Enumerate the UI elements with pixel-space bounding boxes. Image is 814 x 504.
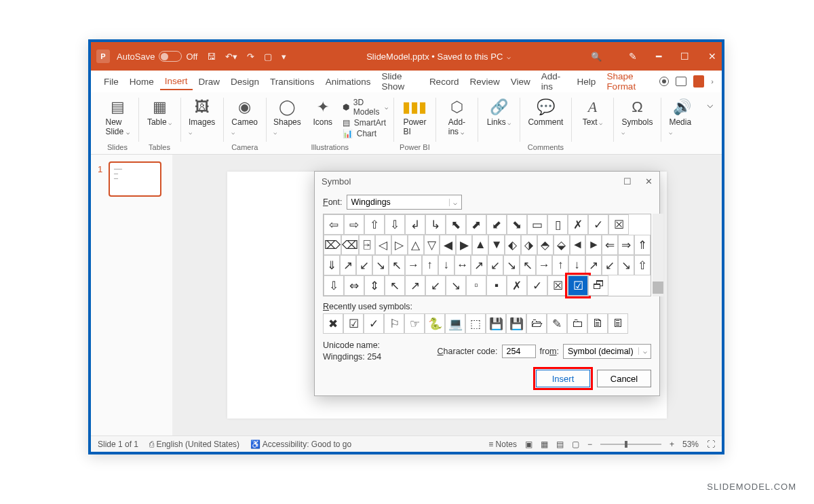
recent-symbol-cell[interactable]: 🗁 — [526, 313, 547, 334]
from-input[interactable] — [564, 347, 638, 356]
tab-addins[interactable]: Add-ins — [537, 69, 571, 94]
symbol-cell[interactable]: ⇦ — [324, 214, 344, 235]
symbols-button[interactable]: ΩSymbols — [619, 95, 655, 138]
comments-pane-icon[interactable] — [676, 77, 686, 86]
recent-symbol-cell[interactable]: ✎ — [547, 313, 567, 334]
recent-symbol-cell[interactable]: ⚐ — [384, 313, 404, 334]
symbol-cell[interactable]: ⇩ — [324, 275, 344, 296]
media-button[interactable]: 🔊Media — [666, 95, 697, 138]
recent-symbol-cell[interactable]: 🗏 — [608, 313, 628, 334]
symbol-cell[interactable]: ◀ — [440, 235, 456, 255]
autosave-toggle[interactable]: AutoSave Off — [117, 51, 197, 62]
symbol-cell[interactable]: ☒ — [547, 275, 568, 296]
scrollbar-thumb[interactable] — [653, 282, 663, 294]
recent-symbol-cell[interactable]: 💾 — [506, 313, 526, 334]
tab-transitions[interactable]: Transitions — [265, 74, 319, 90]
symbol-cell[interactable]: ► — [585, 235, 602, 255]
font-combo[interactable]: ⌵ — [347, 195, 462, 210]
symbol-cell[interactable]: ⇕ — [364, 275, 385, 296]
tab-review[interactable]: Review — [465, 74, 504, 90]
sorter-view-icon[interactable]: ▦ — [541, 440, 548, 449]
maximize-icon[interactable]: ☐ — [680, 51, 689, 62]
symbol-cell[interactable]: ↖ — [385, 275, 405, 296]
symbol-cell[interactable]: ⇧ — [634, 255, 651, 275]
shapes-button[interactable]: ◯Shapes — [271, 95, 303, 138]
addins-button[interactable]: ⬡Add-ins ⌵ — [441, 95, 472, 138]
symbol-cell[interactable]: △ — [408, 235, 424, 255]
symbol-cell[interactable]: ⇧ — [364, 214, 385, 235]
table-button[interactable]: ▦Table — [144, 95, 175, 129]
zoom-out-icon[interactable]: − — [587, 440, 592, 449]
search-icon[interactable]: 🔍 — [591, 52, 602, 62]
tab-shape-format[interactable]: Shape Format — [602, 69, 658, 94]
comment-button[interactable]: 💬Comment — [525, 95, 566, 129]
symbol-cell[interactable]: ↑ — [552, 255, 568, 275]
symbol-cell[interactable]: ↗ — [340, 255, 356, 275]
symbol-cell[interactable]: ↘ — [618, 255, 634, 275]
charcode-input[interactable] — [502, 345, 536, 358]
symbol-cell[interactable]: ⬗ — [521, 235, 537, 255]
symbol-cell[interactable]: ✗ — [568, 214, 588, 235]
symbol-cell[interactable]: ▪ — [486, 275, 507, 296]
symbol-cell[interactable]: ⬘ — [537, 235, 554, 255]
symbol-cell[interactable]: ↔ — [454, 255, 471, 275]
symbol-cell[interactable]: ↖ — [389, 255, 405, 275]
symbol-cell[interactable]: ⌦ — [324, 235, 341, 255]
symbol-cell[interactable]: ↖ — [520, 255, 536, 275]
tab-home[interactable]: Home — [125, 74, 159, 90]
redo-icon[interactable]: ↷ — [247, 52, 254, 62]
account-icon[interactable] — [693, 75, 704, 88]
links-button[interactable]: 🔗Links — [483, 95, 514, 129]
symbol-cell[interactable]: ✓ — [527, 275, 547, 296]
symbol-cell[interactable]: ↓ — [568, 255, 585, 275]
symbol-cell[interactable]: ↙ — [425, 275, 446, 296]
symbol-cell[interactable]: ⇒ — [618, 235, 634, 255]
symbol-cell[interactable]: ◄ — [570, 235, 586, 255]
symbol-cell[interactable]: 🗗 — [588, 275, 608, 296]
symbol-cell[interactable]: ⇨ — [344, 214, 364, 235]
tab-insert[interactable]: Insert — [160, 73, 193, 90]
symbol-cell[interactable]: ↲ — [405, 214, 425, 235]
slide-thumbnail[interactable]: 1 ━━━━━━━━ — [109, 161, 161, 197]
symbol-cell[interactable]: ⬉ — [446, 214, 466, 235]
chart-button[interactable]: 📊Chart — [343, 129, 389, 138]
symbol-cell[interactable]: ⬖ — [505, 235, 521, 255]
collapse-ribbon-icon[interactable]: ⌵ — [703, 94, 718, 154]
symbol-cell[interactable]: ↗ — [405, 275, 425, 296]
text-button[interactable]: AText — [577, 95, 608, 129]
cancel-button[interactable]: Cancel — [597, 370, 651, 387]
recent-symbol-cell[interactable]: ✖ — [323, 313, 343, 334]
scrollbar[interactable] — [653, 214, 663, 296]
tab-animations[interactable]: Animations — [321, 74, 376, 90]
symbol-cell[interactable]: ▷ — [391, 235, 408, 255]
tab-help[interactable]: Help — [573, 74, 601, 90]
symbol-cell[interactable]: ⬊ — [507, 214, 527, 235]
accessibility-status[interactable]: ♿ Accessibility: Good to go — [250, 440, 351, 449]
symbol-cell[interactable]: ↘ — [446, 275, 466, 296]
symbol-cell[interactable]: ↙ — [356, 255, 372, 275]
symbol-cell[interactable]: → — [536, 255, 552, 275]
tab-view[interactable]: View — [506, 74, 535, 90]
symbol-cell[interactable]: ⍈ — [359, 235, 375, 255]
tab-design[interactable]: Design — [226, 74, 264, 90]
slideshow-view-icon[interactable]: ▢ — [572, 440, 579, 449]
chevron-down-icon[interactable]: ⌵ — [638, 347, 651, 355]
qat-overflow-icon[interactable]: ▾ — [282, 52, 286, 62]
zoom-slider[interactable] — [600, 444, 661, 445]
symbol-cell[interactable]: ⬙ — [554, 235, 570, 255]
dialog-titlebar[interactable]: Symbol ☐ ✕ — [315, 172, 659, 191]
symbol-cell[interactable]: ⇐ — [602, 235, 618, 255]
icons-button[interactable]: ✦Icons — [307, 95, 338, 138]
present-icon[interactable]: ▢ — [264, 52, 272, 62]
symbol-cell[interactable]: ▼ — [488, 235, 505, 255]
close-icon[interactable]: ✕ — [708, 51, 716, 62]
symbol-cell[interactable]: ⇔ — [344, 275, 364, 296]
symbol-cell[interactable]: ☒ — [608, 214, 629, 235]
recent-symbol-cell[interactable]: 🗎 — [587, 313, 608, 334]
symbol-cell[interactable]: ⌫ — [341, 235, 359, 255]
pencil-icon[interactable]: ✎ — [629, 51, 637, 62]
zoom-level[interactable]: 53% — [682, 440, 699, 449]
chevron-down-icon[interactable]: ⌵ — [449, 199, 461, 206]
symbol-cell[interactable]: ⇑ — [634, 235, 651, 255]
save-icon[interactable]: 🖫 — [207, 52, 216, 62]
